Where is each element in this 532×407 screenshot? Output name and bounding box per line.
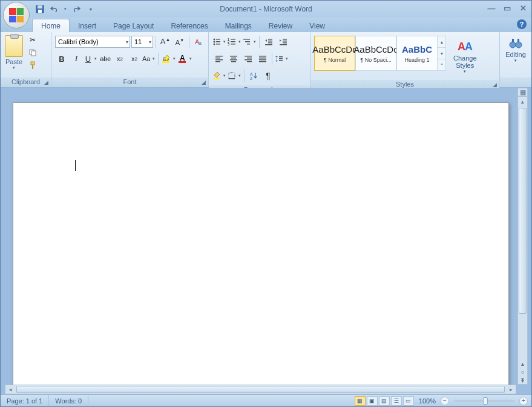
scroll-up[interactable]: ▴ [518,97,527,107]
document-viewport[interactable] [5,96,516,385]
superscript-button[interactable]: x2 [128,52,141,65]
gallery-down[interactable]: ▾ [438,47,445,59]
font-name-combo[interactable]: Calibri (Body)▾ [55,36,130,48]
view-web-layout[interactable]: ▤ [379,396,390,406]
font-launcher[interactable]: ◢ [200,79,207,86]
hscroll-thumb[interactable] [16,386,505,393]
underline-button[interactable]: U [84,52,97,65]
prev-page[interactable]: ▴ [517,359,528,368]
view-full-screen[interactable]: ▣ [367,396,378,406]
view-draft[interactable]: ▭ [403,396,414,406]
tab-home[interactable]: Home [32,19,70,32]
editing-button[interactable]: Editing ▾ [502,34,530,65]
style-no-spacing[interactable]: AaBbCcDc ¶ No Spaci... [355,36,396,71]
svg-rect-29 [268,41,272,42]
format-painter-button[interactable] [27,59,39,71]
bullets-button[interactable] [212,35,226,48]
paste-label: Paste [5,58,22,65]
horizontal-scrollbar[interactable]: ◂ ▸ [5,385,516,394]
close-button[interactable]: ✕ [517,3,529,13]
clipboard-icon [5,35,23,57]
gallery-more[interactable]: ⁼ [438,59,445,70]
browse-nav: ▴ ○ ▾ [517,359,528,385]
minimize-button[interactable]: ― [485,3,498,13]
tab-page-layout[interactable]: Page Layout [105,19,162,32]
bold-button[interactable]: B [55,52,68,65]
zoom-slider[interactable] [454,400,514,402]
help-button[interactable]: ? [517,19,527,29]
zoom-out-button[interactable]: − [441,397,449,405]
paste-button[interactable]: Paste ▾ [3,34,25,71]
tab-insert[interactable]: Insert [70,19,105,32]
borders-button[interactable] [228,69,241,82]
grow-font-button[interactable]: A▲ [159,35,172,48]
sort-button[interactable]: AZ [247,69,260,82]
style-normal[interactable]: AaBbCcDc ¶ Normal [314,36,355,71]
align-left-button[interactable] [212,52,226,65]
increase-indent-button[interactable] [277,35,290,48]
save-button[interactable] [33,3,47,15]
view-print-layout[interactable]: ▦ [355,396,366,406]
copy-button[interactable] [27,47,39,59]
highlight-button[interactable]: ab [161,52,176,65]
vertical-scrollbar[interactable]: ▴ ▾ [517,96,528,385]
page[interactable] [13,102,509,385]
ruler-toggle[interactable]: ▦ [517,88,528,96]
show-marks-button[interactable]: ¶ [261,69,275,82]
undo-button[interactable] [48,3,61,15]
zoom-in-button[interactable]: + [519,397,528,405]
svg-rect-27 [247,44,250,45]
redo-button[interactable] [70,3,83,15]
shading-button[interactable] [212,69,226,82]
office-logo-icon [9,8,24,22]
subscript-button[interactable]: x2 [113,52,126,65]
office-button[interactable] [3,2,30,28]
decrease-indent-button[interactable] [262,35,275,48]
indent-icon [279,38,287,46]
maximize-button[interactable]: ▭ [501,3,513,13]
tab-mailings[interactable]: Mailings [217,19,260,32]
italic-button[interactable]: I [70,52,83,65]
strikethrough-button[interactable]: abc [99,52,112,65]
justify-icon [258,55,267,63]
group-editing: Editing ▾ [500,32,531,87]
shrink-font-button[interactable]: A▼ [173,35,186,48]
gallery-up[interactable]: ▴ [438,36,445,47]
zoom-thumb[interactable] [483,397,488,405]
ribbon-tabs: Home Insert Page Layout References Maili… [1,18,531,32]
status-words[interactable]: Words: 0 [49,395,88,406]
multilevel-button[interactable] [243,35,257,48]
tab-view[interactable]: View [301,19,333,32]
vscroll-thumb[interactable] [519,108,527,314]
justify-button[interactable] [256,52,269,65]
browse-object[interactable]: ○ [517,368,528,376]
view-outline[interactable]: ☰ [391,396,402,406]
next-page[interactable]: ▾ [517,376,528,385]
style-heading-1[interactable]: AaBbC Heading 1 [396,36,438,71]
eraser-icon: Aa [194,37,203,47]
bullets-icon [212,38,221,46]
clipboard-launcher[interactable]: ◢ [42,79,50,86]
svg-text:Z: Z [250,76,253,80]
tab-references[interactable]: References [162,19,216,32]
change-styles-button[interactable]: AA Change Styles ▾ [450,36,481,76]
font-size-combo[interactable]: 11▾ [131,36,153,48]
svg-rect-44 [245,56,252,57]
tab-review[interactable]: Review [260,19,301,32]
clear-formatting-button[interactable]: Aa [192,35,205,48]
status-page[interactable]: Page: 1 of 1 [1,395,49,406]
align-center-button[interactable] [227,52,240,65]
qat-customize[interactable]: ▾ [84,3,97,15]
scroll-left[interactable]: ◂ [5,385,15,394]
scroll-right[interactable]: ▸ [506,385,516,394]
undo-dropdown[interactable]: ▾ [62,3,68,15]
numbering-button[interactable]: 123 [228,35,241,48]
line-spacing-button[interactable] [275,52,289,65]
zoom-level[interactable]: 100% [419,397,436,405]
save-icon [36,5,44,13]
cut-button[interactable]: ✂ [27,34,39,46]
svg-text:A: A [180,54,185,62]
align-right-button[interactable] [241,52,255,65]
change-case-button[interactable]: Aa [142,52,156,65]
font-color-button[interactable]: A [177,52,192,65]
